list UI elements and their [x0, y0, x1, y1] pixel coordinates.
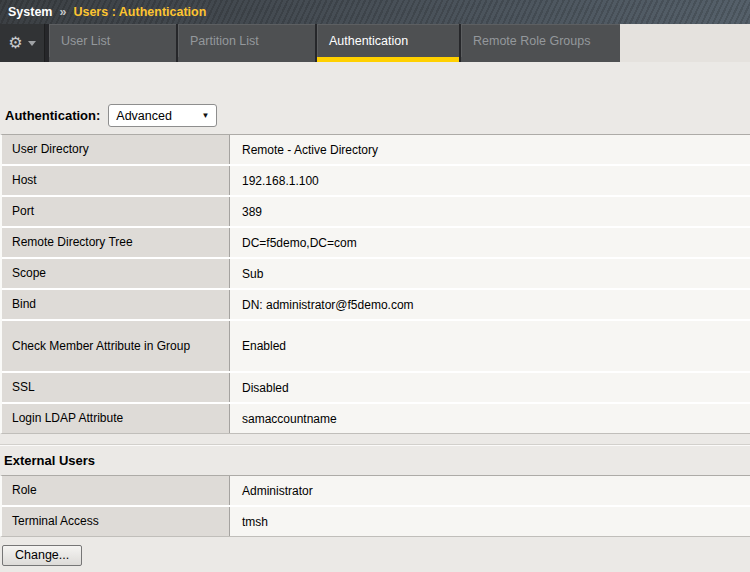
- row-label: SSL: [2, 373, 230, 402]
- external-users-table: Role Administrator Terminal Access tmsh: [0, 475, 750, 537]
- selected-option-label: Advanced: [116, 109, 172, 123]
- table-row-check-member-attribute: Check Member Attribute in Group Enabled: [2, 321, 750, 371]
- gear-icon: ⚙: [8, 35, 22, 51]
- table-row-bind: Bind DN: administrator@f5demo.com: [2, 290, 750, 319]
- auth-settings-table: User Directory Remote - Active Directory…: [0, 134, 750, 434]
- row-value: Enabled: [230, 321, 750, 371]
- tab-label: Partition List: [190, 34, 259, 48]
- row-value: DN: administrator@f5demo.com: [230, 290, 750, 319]
- row-value: samaccountname: [230, 404, 750, 433]
- row-label: Port: [2, 197, 230, 226]
- table-row-user-directory: User Directory Remote - Active Directory: [2, 135, 750, 164]
- row-value: Disabled: [230, 373, 750, 402]
- row-value: Sub: [230, 259, 750, 288]
- authentication-mode-select[interactable]: Advanced ▼: [108, 104, 217, 127]
- row-label: Remote Directory Tree: [2, 228, 230, 257]
- authentication-mode-label: Authentication:: [5, 108, 100, 123]
- tab-label: Remote Role Groups: [473, 34, 590, 48]
- row-label: Check Member Attribute in Group: [2, 321, 230, 371]
- table-row-terminal-access: Terminal Access tmsh: [2, 507, 750, 536]
- chevron-down-icon: [28, 41, 36, 46]
- row-label: Role: [2, 476, 230, 505]
- breadcrumb-section: System: [8, 5, 52, 19]
- row-value: Administrator: [230, 476, 750, 505]
- tab-user-list[interactable]: User List: [49, 24, 176, 62]
- breadcrumb-page-title: Users : Authentication: [73, 5, 206, 19]
- tab-bar-filler: [620, 24, 750, 62]
- authentication-mode-row: Authentication: Advanced ▼: [0, 104, 750, 127]
- row-label: Scope: [2, 259, 230, 288]
- row-value: 192.168.1.100: [230, 166, 750, 195]
- tab-remote-role-groups[interactable]: Remote Role Groups: [461, 24, 620, 62]
- table-row-host: Host 192.168.1.100: [2, 166, 750, 195]
- main-content: Authentication: Advanced ▼ User Director…: [0, 104, 750, 566]
- table-row-role: Role Administrator: [2, 476, 750, 505]
- table-row-port: Port 389: [2, 197, 750, 226]
- table-row-scope: Scope Sub: [2, 259, 750, 288]
- external-users-heading: External Users: [0, 446, 750, 475]
- row-value: tmsh: [230, 507, 750, 536]
- row-value: DC=f5demo,DC=com: [230, 228, 750, 257]
- row-label: User Directory: [2, 135, 230, 164]
- row-label: Login LDAP Attribute: [2, 404, 230, 433]
- dropdown-arrow-icon: ▼: [201, 111, 209, 120]
- table-row-remote-directory-tree: Remote Directory Tree DC=f5demo,DC=com: [2, 228, 750, 257]
- gear-menu-button[interactable]: ⚙: [0, 24, 45, 62]
- table-row-ssl: SSL Disabled: [2, 373, 750, 402]
- tab-label: User List: [61, 34, 110, 48]
- change-button[interactable]: Change...: [2, 545, 82, 566]
- breadcrumb: System » Users : Authentication: [0, 0, 750, 24]
- row-label: Terminal Access: [2, 507, 230, 536]
- table-row-login-ldap-attribute: Login LDAP Attribute samaccountname: [2, 404, 750, 433]
- tab-authentication[interactable]: Authentication: [317, 24, 459, 62]
- footer-actions: Change...: [0, 545, 750, 566]
- tab-strip: ⚙ User List Partition List Authenticatio…: [0, 24, 620, 62]
- row-label: Host: [2, 166, 230, 195]
- tab-bar: ⚙ User List Partition List Authenticatio…: [0, 24, 750, 62]
- row-value: 389: [230, 197, 750, 226]
- tab-label: Authentication: [329, 34, 408, 48]
- tab-partition-list[interactable]: Partition List: [178, 24, 315, 62]
- row-label: Bind: [2, 290, 230, 319]
- breadcrumb-separator: »: [59, 5, 66, 19]
- row-value: Remote - Active Directory: [230, 135, 750, 164]
